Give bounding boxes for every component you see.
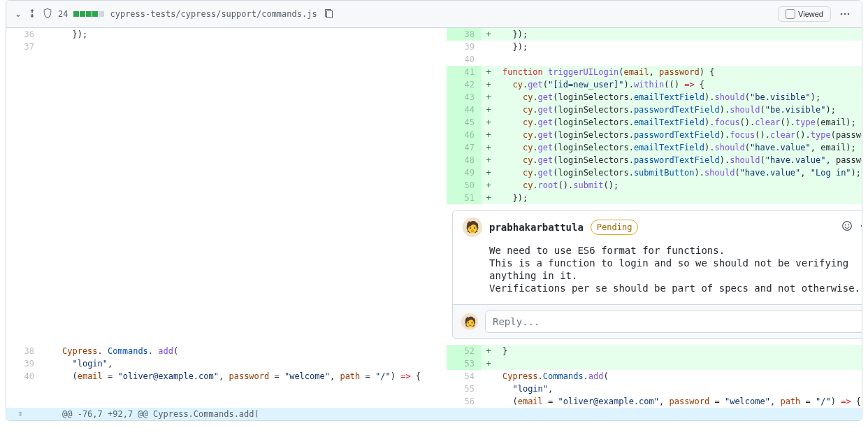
expand-up-down-icon[interactable]: ⇳ <box>6 408 34 420</box>
line-number-left[interactable]: 39 <box>6 357 41 370</box>
line-number-left[interactable] <box>6 78 41 91</box>
code-left[interactable] <box>55 116 447 129</box>
code-right[interactable]: }); <box>496 28 862 41</box>
marker-left <box>41 141 55 154</box>
line-number-left[interactable] <box>6 395 41 408</box>
code-left[interactable] <box>55 104 447 116</box>
hunk-header[interactable]: ⇳@@ -76,7 +92,7 @@ Cypress.Commands.add( <box>6 408 862 420</box>
line-number-left[interactable] <box>6 383 41 395</box>
line-number-left[interactable]: 40 <box>6 370 41 383</box>
copy-path-icon[interactable] <box>323 8 334 21</box>
svg-point-2 <box>848 13 850 15</box>
code-right[interactable]: Cypress.Commands.add( <box>496 370 862 383</box>
line-number-right[interactable]: 42 <box>447 78 482 91</box>
code-left[interactable] <box>55 179 447 192</box>
line-number-right[interactable]: 51 <box>447 192 482 204</box>
code-left[interactable] <box>55 192 447 204</box>
code-right[interactable] <box>496 357 862 370</box>
code-left[interactable] <box>55 383 447 395</box>
code-right[interactable]: "login", <box>496 383 862 395</box>
diff-stat-blocks <box>73 11 104 17</box>
code-right[interactable]: cy.root().submit(); <box>496 179 862 192</box>
line-number-left[interactable] <box>6 116 41 129</box>
line-number-right[interactable]: 41 <box>447 66 482 78</box>
line-number-right[interactable]: 43 <box>447 91 482 104</box>
line-number-left[interactable]: 38 <box>6 345 41 357</box>
comment-author[interactable]: prabhakarbattula <box>489 221 584 234</box>
line-number-left[interactable] <box>6 91 41 104</box>
line-number-right[interactable]: 46 <box>447 129 482 141</box>
code-left[interactable] <box>55 78 447 91</box>
line-number-left[interactable] <box>6 154 41 166</box>
line-number-left[interactable] <box>6 192 41 204</box>
line-number-right[interactable]: 50 <box>447 179 482 192</box>
code-right[interactable]: } <box>496 345 862 357</box>
line-number-right[interactable]: 47 <box>447 141 482 154</box>
line-number-left[interactable] <box>6 66 41 78</box>
change-count[interactable]: 24 <box>58 9 68 19</box>
line-number-left[interactable] <box>6 129 41 141</box>
marker-left <box>41 78 55 91</box>
line-number-right[interactable]: 48 <box>447 154 482 166</box>
code-right[interactable]: cy.get(loginSelectors.emailTextField).fo… <box>496 116 862 129</box>
code-right[interactable]: cy.get(loginSelectors.passwordTextField)… <box>496 104 862 116</box>
file-actions-kebab[interactable] <box>837 6 853 22</box>
line-number-right[interactable]: 55 <box>447 383 482 395</box>
code-right[interactable] <box>496 53 862 66</box>
expand-all-icon[interactable] <box>27 8 37 20</box>
line-number-left[interactable] <box>6 104 41 116</box>
comment-actions-kebab[interactable] <box>860 220 862 235</box>
code-right[interactable]: function triggerUILogin(email, password)… <box>496 66 862 78</box>
line-number-right[interactable]: 39 <box>447 41 482 53</box>
code-right[interactable]: cy.get(loginSelectors.passwordTextField)… <box>496 129 862 141</box>
line-number-left[interactable] <box>6 179 41 192</box>
emoji-reaction-icon[interactable] <box>841 220 853 235</box>
code-left[interactable]: }); <box>55 28 447 41</box>
collapse-chevron-icon[interactable]: ⌄ <box>15 9 22 19</box>
code-left[interactable] <box>55 154 447 166</box>
diff-row: 3739 }); <box>6 41 862 53</box>
line-number-right[interactable]: 40 <box>447 53 482 66</box>
line-number-left[interactable] <box>6 141 41 154</box>
code-left[interactable] <box>55 129 447 141</box>
code-left[interactable]: Cypress. Commands. add( <box>55 345 447 357</box>
code-left[interactable] <box>55 91 447 104</box>
code-left[interactable] <box>55 66 447 78</box>
code-right[interactable]: cy.get(loginSelectors.emailTextField).sh… <box>496 141 862 154</box>
code-left[interactable] <box>55 41 447 53</box>
reply-input[interactable]: Reply... <box>485 311 862 333</box>
line-number-right[interactable]: 38 <box>447 28 482 41</box>
svg-point-5 <box>848 224 849 225</box>
marker-left <box>41 179 55 192</box>
viewed-toggle[interactable]: Viewed <box>778 6 831 22</box>
code-left[interactable] <box>55 395 447 408</box>
line-number-right[interactable]: 49 <box>447 166 482 179</box>
line-number-right[interactable]: 45 <box>447 116 482 129</box>
line-number-left[interactable]: 36 <box>6 28 41 41</box>
code-right[interactable]: }); <box>496 41 862 53</box>
file-path[interactable]: cypress-tests/cypress/support/commands.j… <box>110 9 317 19</box>
viewed-checkbox[interactable] <box>786 9 795 19</box>
code-right[interactable]: cy.get(loginSelectors.passwordTextField)… <box>496 154 862 166</box>
code-left[interactable] <box>55 166 447 179</box>
line-number-right[interactable]: 56 <box>447 395 482 408</box>
line-number-right[interactable]: 52 <box>447 345 482 357</box>
code-right[interactable]: cy.get(loginSelectors.submitButton).shou… <box>496 166 862 179</box>
code-left[interactable]: (email = "oliver@example.com", password … <box>55 370 447 383</box>
line-number-right[interactable]: 54 <box>447 370 482 383</box>
line-number-right[interactable]: 44 <box>447 104 482 116</box>
code-left[interactable]: "login", <box>55 357 447 370</box>
line-number-left[interactable] <box>6 53 41 66</box>
code-right[interactable]: }); <box>496 192 862 204</box>
line-number-left[interactable] <box>6 166 41 179</box>
line-number-right[interactable]: 53 <box>447 357 482 370</box>
code-right[interactable]: (email = "oliver@example.com", password … <box>496 395 862 408</box>
code-left[interactable] <box>55 53 447 66</box>
code-right[interactable]: cy.get(loginSelectors.emailTextField).sh… <box>496 91 862 104</box>
avatar[interactable]: 🧑 <box>461 313 478 330</box>
code-right[interactable]: cy.get("[id=new_user]").within(() => { <box>496 78 862 91</box>
line-number-left[interactable]: 37 <box>6 41 41 53</box>
diff-row: 47+ cy.get(loginSelectors.emailTextField… <box>6 141 862 154</box>
code-left[interactable] <box>55 141 447 154</box>
avatar[interactable]: 🧑 <box>463 218 482 237</box>
